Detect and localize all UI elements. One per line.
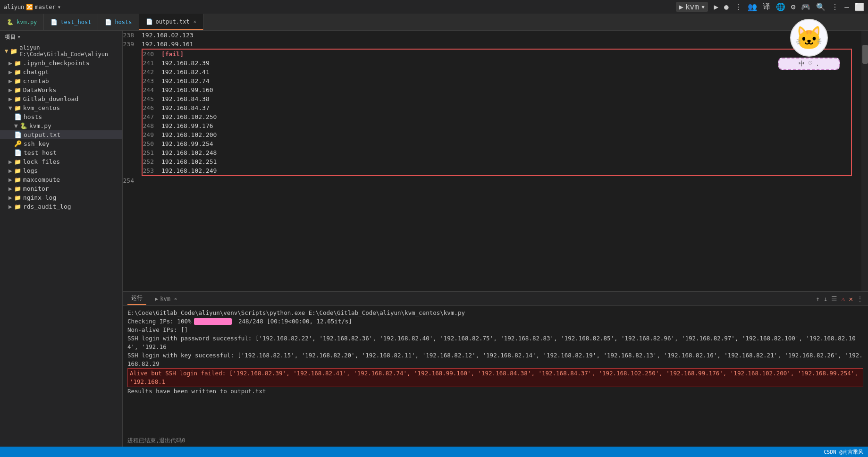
terminal-filter-icon[interactable]: ☰ (831, 295, 837, 303)
ipynb-expand: ▶ (8, 59, 12, 67)
tab-output-close[interactable]: ✕ (194, 19, 196, 24)
line-num-243: 243 (143, 76, 161, 85)
dataworks-folder-icon: 📁 (14, 87, 21, 93)
sidebar-item-kvm-py[interactable]: ▼ 🐍 kvm.py (0, 121, 122, 130)
line-num-254: 254 (123, 176, 142, 185)
sidebar-title: 项目 (5, 34, 16, 41)
red-selection-block: 240 [fail] 241 192.168.82.39 242 192.168… (142, 49, 852, 176)
terminal-down-icon[interactable]: ↓ (824, 295, 827, 303)
sidebar-item-crontab[interactable]: ▶ 📁 crontab (0, 76, 122, 85)
branch-text: master (35, 4, 55, 10)
scroll-track[interactable] (861, 31, 868, 291)
sidebar-item-chatgpt[interactable]: ▶ 📁 chatgpt (0, 68, 122, 76)
sidebar-item-ssh-key[interactable]: 🔑 ssh_key (0, 139, 122, 148)
tab-hosts[interactable]: 📄 hosts (98, 14, 139, 30)
sidebar-item-kvm-centos[interactable]: ▼ 📁 kvm_centos (0, 103, 122, 112)
minimize-button[interactable]: — (844, 2, 849, 11)
sidebar-item-lock-files[interactable]: ▶ 📁 lock_files (0, 157, 122, 166)
terminal-kvm-label: kvm (160, 296, 170, 302)
kvm-label: kvm (685, 2, 699, 11)
branch-icon: 🔀 (26, 4, 33, 10)
tab-kvm[interactable]: 🐍 kvm.py (0, 14, 44, 30)
terminal-run-label: 运行 (131, 294, 143, 302)
tree-root[interactable]: ▼ 📁 aliyun E:\Code\Gitlab_Code\aliyun (0, 43, 122, 59)
sidebar-item-monitor[interactable]: ▶ 📁 monitor (0, 184, 122, 193)
main-layout: 项目 ▾ ▼ 📁 aliyun E:\Code\Gitlab_Code\aliy… (0, 31, 868, 447)
top-bar: aliyun 🔀 master ▾ ▶ kvm ▾ ▶ ● ⋮ 👥 译 🌐 ⚙ … (0, 0, 868, 14)
line-content-252: 192.168.102.251 (161, 157, 217, 166)
terminal-more-icon[interactable]: ⋮ (857, 295, 863, 303)
table-row: 247 192.168.102.250 (143, 112, 851, 121)
monitor-folder-icon: 📁 (14, 186, 21, 192)
terminal-content[interactable]: E:\Code\Gitlab_Code\aliyun\venv\Scripts\… (123, 306, 868, 435)
terminal-tab-run[interactable]: 运行 (127, 292, 146, 305)
lock-files-expand: ▶ (8, 158, 12, 165)
line-content-241: 192.168.82.39 (161, 59, 210, 68)
sidebar-item-maxcompute[interactable]: ▶ 📁 maxcompute (0, 175, 122, 184)
brand-label[interactable]: aliyun 🔀 master ▾ (4, 4, 61, 10)
settings-icon[interactable]: ⚙ (791, 2, 796, 11)
lock-files-folder-icon: 📁 (14, 159, 21, 165)
run-button[interactable]: ▶ (714, 2, 718, 11)
terminal-controls: ↑ ↓ ☰ ⚠ ✕ ⋮ (816, 295, 863, 303)
kvm-badge[interactable]: ▶ kvm ▾ (676, 2, 708, 12)
root-folder-icon: 📁 (10, 48, 17, 55)
code-view[interactable]: 238 192.168.02.123 239 192.168.99.161 24… (123, 31, 868, 291)
terminal-warning-icon[interactable]: ⚠ (841, 295, 845, 303)
rds-folder-icon: 📁 (14, 203, 21, 210)
top-bar-right: ▶ kvm ▾ ▶ ● ⋮ 👥 译 🌐 ⚙ 🎮 🔍 ⋮ — ⬜ (676, 2, 864, 12)
sidebar-item-rds-audit[interactable]: ▶ 📁 rds_audit_log (0, 202, 122, 211)
terminal-up-icon[interactable]: ↑ (816, 295, 819, 303)
tab-output[interactable]: 📄 output.txt ✕ (139, 14, 203, 30)
line-num-249: 249 (143, 130, 161, 139)
logs-folder-icon: 📁 (14, 168, 21, 174)
terminal-tabs: 运行 ▶ kvm ✕ ↑ ↓ ☰ ⚠ ✕ ⋮ (123, 292, 868, 306)
root-expand-icon: ▼ (5, 48, 8, 54)
globe-icon[interactable]: 🌐 (776, 2, 785, 11)
search-icon[interactable]: 🔍 (816, 2, 826, 11)
extra-icon[interactable]: ⋮ (831, 2, 839, 11)
sidebar-item-dataworks[interactable]: ▶ 📁 DataWorks (0, 85, 122, 94)
sidebar-item-logs[interactable]: ▶ 📁 logs (0, 166, 122, 175)
kvm-icon: ▶ (679, 2, 683, 11)
line-num-248: 248 (143, 121, 161, 130)
game-icon[interactable]: 🎮 (801, 2, 810, 11)
table-row: 244 192.168.99.160 (143, 85, 851, 94)
more-button[interactable]: ⋮ (734, 2, 742, 11)
code-scroll[interactable]: 238 192.168.02.123 239 192.168.99.161 24… (123, 31, 861, 291)
sidebar-item-nginx-log[interactable]: ▶ 📁 nginx-log (0, 193, 122, 202)
crontab-folder-icon: 📁 (14, 78, 21, 85)
monitor-expand: ▶ (8, 185, 12, 192)
chatgpt-expand: ▶ (8, 68, 12, 76)
sidebar-item-test-host[interactable]: 📄 test_host (0, 148, 122, 157)
maxcompute-expand: ▶ (8, 176, 12, 183)
translate-icon[interactable]: 译 (763, 2, 770, 12)
sidebar: 项目 ▾ ▼ 📁 aliyun E:\Code\Gitlab_Code\aliy… (0, 31, 123, 447)
scroll-thumb[interactable] (862, 45, 868, 64)
stop-button[interactable]: ● (724, 2, 729, 11)
terminal-results-written: Results have been written to output.txt (127, 387, 863, 396)
avatar-emoji: 🐱 (795, 25, 823, 51)
sidebar-item-hosts[interactable]: 📄 hosts (0, 112, 122, 121)
sidebar-item-ipynb[interactable]: ▶ 📁 .ipynb_checkpoints (0, 59, 122, 68)
terminal-error-icon[interactable]: ✕ (849, 295, 853, 303)
terminal-tab-kvm[interactable]: ▶ kvm ✕ (151, 294, 181, 304)
line-num-241: 241 (143, 59, 161, 68)
line-content-249: 192.168.102.200 (161, 130, 217, 139)
sidebar-item-gitlab-download[interactable]: ▶ 📁 Gitlab_download (0, 94, 122, 103)
line-content-243: 192.168.82.74 (161, 76, 210, 85)
tab-test-host[interactable]: 📄 test_host (44, 14, 98, 30)
maximize-button[interactable]: ⬜ (855, 2, 864, 11)
terminal-ssh-key: SSH login with key successful: ['192.168… (127, 351, 863, 368)
top-bar-left: aliyun 🔀 master ▾ (4, 4, 61, 10)
sidebar-item-output-txt[interactable]: 📄 output.txt (0, 130, 122, 139)
terminal-kvm-close[interactable]: ✕ (174, 296, 177, 301)
kvm-chevron: ▾ (701, 2, 706, 11)
kvm-centos-expand: ▼ (8, 104, 12, 111)
tab-output-icon: 📄 (146, 18, 153, 25)
chatgpt-folder-icon: 📁 (14, 69, 21, 76)
terminal-command-line: E:\Code\Gitlab_Code\aliyun\venv\Scripts\… (127, 309, 863, 317)
chatgpt-label: chatgpt (23, 68, 49, 76)
table-row: 248 192.168.99.176 (143, 121, 851, 130)
users-icon[interactable]: 👥 (748, 2, 757, 11)
